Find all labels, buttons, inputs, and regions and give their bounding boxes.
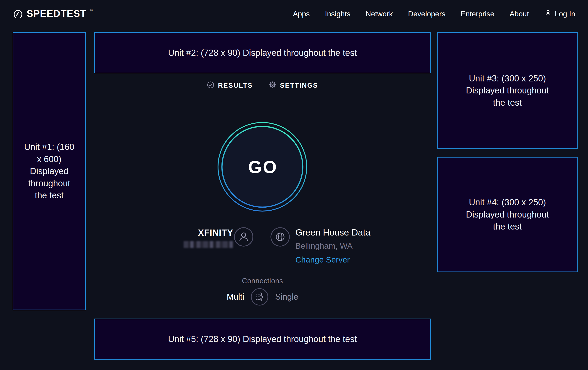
login-label: Log In [555,10,575,18]
tab-settings-label: SETTINGS [280,82,318,89]
speedtest-logo[interactable]: SPEEDTEST ™ [13,8,93,19]
check-circle-icon [207,81,214,90]
connections-multi-option[interactable]: Multi [227,292,244,302]
ad-unit-4: Unit #4: (300 x 250) Displayed throughou… [437,157,578,272]
tab-bar: RESULTS SETTINGS [94,81,431,90]
speedtest-page: SPEEDTEST ™ Apps Insights Network Develo… [0,0,588,370]
server-info: Green House Data Bellingham, WA Change S… [295,228,370,264]
nav-item-enterprise[interactable]: Enterprise [461,10,494,18]
multi-connection-toggle-icon[interactable] [251,288,269,306]
change-server-link[interactable]: Change Server [295,255,350,264]
test-panel: RESULTS SETTINGS [94,0,431,370]
speedometer-icon [13,8,23,19]
nav-item-about[interactable]: About [509,10,529,18]
isp-info: XFINITY [184,228,233,248]
user-icon [544,9,552,19]
connections-label: Connections [94,277,431,285]
connections-toggle: Multi Single [94,288,431,306]
ad-unit-1-label: Unit #1: (160 x 600) Displayed throughou… [21,141,78,201]
isp-user-icon [234,227,253,248]
tab-results[interactable]: RESULTS [207,81,253,90]
login-button[interactable]: Log In [544,9,575,19]
logo-text: SPEEDTEST [27,8,86,19]
go-button[interactable]: GO [217,121,308,212]
server-location: Bellingham, WA [295,241,370,250]
isp-detail-redacted [184,241,233,248]
isp-name: XFINITY [184,228,233,238]
connections-single-option[interactable]: Single [275,292,298,302]
logo-trademark: ™ [90,9,93,12]
go-button-label: GO [217,121,308,212]
ad-unit-1: Unit #1: (160 x 600) Displayed throughou… [13,32,86,310]
ad-unit-3: Unit #3: (300 x 250) Displayed throughou… [437,32,578,149]
server-name: Green House Data [295,228,370,238]
ad-unit-4-label: Unit #4: (300 x 250) Displayed throughou… [461,196,554,232]
server-globe-icon [270,227,290,248]
tab-settings[interactable]: SETTINGS [269,81,318,90]
gear-icon [269,81,276,90]
ad-unit-3-label: Unit #3: (300 x 250) Displayed throughou… [461,72,554,109]
tab-results-label: RESULTS [218,82,253,89]
